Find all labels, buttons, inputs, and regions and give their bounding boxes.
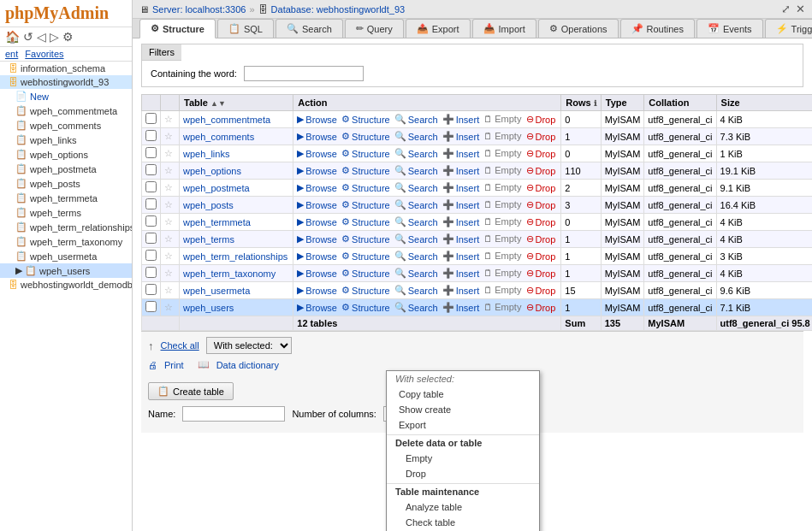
sidebar-item-demodb[interactable]: 🗄 webhostingworldt_demodb bbox=[0, 278, 132, 292]
row-checkbox[interactable] bbox=[145, 147, 157, 158]
search-link[interactable]: 🔍 Search bbox=[394, 251, 438, 262]
tab-export[interactable]: 📤 Export bbox=[406, 19, 471, 38]
drop-link[interactable]: ⊖ Drop bbox=[526, 114, 556, 125]
browse-link[interactable]: ▶ Browse bbox=[297, 285, 337, 296]
sidebar-item-postmeta[interactable]: 📋 wpeh_postmeta bbox=[0, 162, 132, 176]
star-icon[interactable]: ☆ bbox=[164, 251, 173, 261]
sidebar-item-posts[interactable]: 📋 wpeh_posts bbox=[0, 176, 132, 191]
structure-link[interactable]: ⚙ Structure bbox=[341, 182, 390, 193]
insert-link[interactable]: ➕ Insert bbox=[442, 216, 480, 227]
refresh-icon[interactable]: ↺ bbox=[23, 30, 33, 44]
row-checkbox[interactable] bbox=[145, 113, 157, 124]
tab-operations[interactable]: ⚙ Operations bbox=[538, 19, 619, 38]
drop-link[interactable]: ⊖ Drop bbox=[526, 131, 556, 142]
search-link[interactable]: 🔍 Search bbox=[394, 268, 438, 279]
search-link[interactable]: 🔍 Search bbox=[394, 233, 438, 245]
table-name-link[interactable]: wpeh_comments bbox=[183, 132, 254, 142]
browse-link[interactable]: ▶ Browse bbox=[297, 268, 337, 279]
star-icon[interactable]: ☆ bbox=[164, 131, 173, 141]
tab-sql[interactable]: 📋 SQL bbox=[217, 19, 274, 38]
row-checkbox[interactable] bbox=[145, 198, 157, 209]
empty-link[interactable]: 🗒 Empty bbox=[483, 199, 521, 209]
create-table-button[interactable]: 📋 Create table bbox=[148, 382, 234, 400]
star-icon[interactable]: ☆ bbox=[164, 302, 173, 312]
browse-link[interactable]: ▶ Browse bbox=[297, 114, 337, 125]
table-name-input[interactable] bbox=[182, 406, 285, 422]
empty-link[interactable]: 🗒 Empty bbox=[483, 165, 521, 175]
table-name-link[interactable]: wpeh_terms bbox=[183, 234, 234, 245]
menu-item-check[interactable]: Check table bbox=[387, 515, 539, 530]
sidebar-item-users[interactable]: ▶ 📋 wpeh_users bbox=[0, 263, 132, 278]
empty-link[interactable]: 🗒 Empty bbox=[483, 131, 521, 141]
sidebar-item-comments[interactable]: 📋 wpeh_comments bbox=[0, 118, 132, 133]
table-name-link[interactable]: wpeh_links bbox=[183, 149, 229, 159]
drop-link[interactable]: ⊖ Drop bbox=[526, 233, 556, 245]
row-checkbox[interactable] bbox=[145, 130, 157, 141]
drop-link[interactable]: ⊖ Drop bbox=[526, 302, 556, 313]
sidebar-item-information-schema[interactable]: 🗄 information_schema bbox=[0, 62, 132, 75]
with-selected-dropdown[interactable]: With selected: bbox=[206, 337, 292, 354]
star-icon[interactable]: ☆ bbox=[164, 182, 173, 192]
row-checkbox[interactable] bbox=[145, 267, 157, 278]
empty-link[interactable]: 🗒 Empty bbox=[483, 216, 521, 227]
empty-link[interactable]: 🗒 Empty bbox=[483, 251, 521, 261]
search-link[interactable]: 🔍 Search bbox=[394, 165, 438, 176]
row-checkbox[interactable] bbox=[145, 215, 157, 227]
empty-link[interactable]: 🗒 Empty bbox=[483, 148, 521, 158]
menu-item-show-create[interactable]: Show create bbox=[387, 402, 539, 417]
insert-link[interactable]: ➕ Insert bbox=[442, 233, 480, 245]
nav-recent[interactable]: ent bbox=[5, 49, 18, 59]
menu-item-export[interactable]: Export bbox=[387, 417, 539, 433]
drop-link[interactable]: ⊖ Drop bbox=[526, 148, 556, 159]
structure-link[interactable]: ⚙ Structure bbox=[341, 165, 390, 176]
browse-link[interactable]: ▶ Browse bbox=[297, 251, 337, 262]
rows-sort-icon[interactable]: ℹ bbox=[594, 99, 596, 108]
menu-item-empty[interactable]: Empty bbox=[387, 451, 539, 466]
empty-link[interactable]: 🗒 Empty bbox=[483, 268, 521, 278]
empty-link[interactable]: 🗒 Empty bbox=[483, 285, 521, 295]
settings-icon[interactable]: ⚙ bbox=[62, 30, 74, 44]
row-checkbox[interactable] bbox=[145, 181, 157, 192]
menu-item-drop[interactable]: Drop bbox=[387, 466, 539, 481]
home-icon[interactable]: 🏠 bbox=[5, 30, 20, 44]
star-icon[interactable]: ☆ bbox=[164, 148, 173, 158]
drop-link[interactable]: ⊖ Drop bbox=[526, 285, 556, 296]
sidebar-item-usermeta[interactable]: 📋 wpeh_usermeta bbox=[0, 249, 132, 263]
search-link[interactable]: 🔍 Search bbox=[394, 131, 438, 142]
search-link[interactable]: 🔍 Search bbox=[394, 148, 438, 159]
insert-link[interactable]: ➕ Insert bbox=[442, 131, 480, 142]
check-all-button[interactable]: Check all bbox=[161, 340, 199, 351]
search-link[interactable]: 🔍 Search bbox=[394, 199, 438, 210]
sidebar-item-term-relationships[interactable]: 📋 wpeh_term_relationships bbox=[0, 220, 132, 234]
structure-link[interactable]: ⚙ Structure bbox=[341, 251, 390, 262]
search-link[interactable]: 🔍 Search bbox=[394, 182, 438, 193]
sidebar-item-termmeta[interactable]: 📋 wpeh_termmeta bbox=[0, 191, 132, 205]
table-name-link[interactable]: wpeh_options bbox=[183, 166, 241, 176]
data-dictionary-link[interactable]: Data dictionary bbox=[216, 360, 279, 370]
empty-link[interactable]: 🗒 Empty bbox=[483, 233, 521, 244]
structure-link[interactable]: ⚙ Structure bbox=[341, 131, 390, 142]
col-table[interactable]: Table ▲▼ bbox=[180, 95, 293, 111]
table-name-link[interactable]: wpeh_termmeta bbox=[183, 217, 251, 227]
star-icon[interactable]: ☆ bbox=[164, 165, 173, 175]
empty-link[interactable]: 🗒 Empty bbox=[483, 114, 521, 124]
tab-routines[interactable]: 📌 Routines bbox=[620, 19, 695, 38]
menu-item-analyze[interactable]: Analyze table bbox=[387, 499, 539, 515]
star-icon[interactable]: ☆ bbox=[164, 285, 173, 295]
breadcrumb-server[interactable]: Server: localhost:3306 bbox=[152, 4, 246, 15]
star-icon[interactable]: ☆ bbox=[164, 216, 173, 227]
drop-link[interactable]: ⊖ Drop bbox=[526, 268, 556, 279]
insert-link[interactable]: ➕ Insert bbox=[442, 114, 480, 125]
search-link[interactable]: 🔍 Search bbox=[394, 216, 438, 227]
sidebar-item-term-taxonomy[interactable]: 📋 wpeh_term_taxonomy bbox=[0, 234, 132, 249]
row-checkbox[interactable] bbox=[145, 301, 157, 312]
insert-link[interactable]: ➕ Insert bbox=[442, 268, 480, 279]
table-name-link[interactable]: wpeh_postmeta bbox=[183, 183, 250, 193]
insert-link[interactable]: ➕ Insert bbox=[442, 302, 480, 313]
table-name-link[interactable]: wpeh_commentmeta bbox=[183, 115, 270, 125]
browse-link[interactable]: ▶ Browse bbox=[297, 148, 337, 159]
drop-link[interactable]: ⊖ Drop bbox=[526, 165, 556, 176]
browse-link[interactable]: ▶ Browse bbox=[297, 216, 337, 227]
tab-events[interactable]: 📅 Events bbox=[696, 19, 763, 38]
menu-item-copy-table[interactable]: Copy table bbox=[387, 386, 539, 402]
